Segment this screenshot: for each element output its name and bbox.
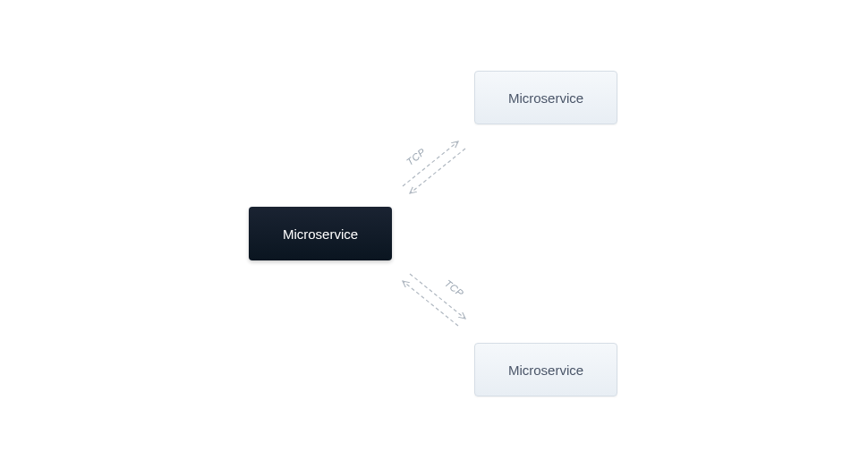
node-label: Microservice bbox=[283, 226, 358, 242]
connector-top bbox=[394, 134, 474, 197]
node-label: Microservice bbox=[508, 362, 583, 378]
microservice-node-top-right: Microservice bbox=[474, 71, 617, 124]
node-label: Microservice bbox=[508, 90, 583, 106]
microservice-node-central: Microservice bbox=[249, 207, 392, 260]
connector-bottom bbox=[394, 270, 474, 333]
microservice-node-bottom-right: Microservice bbox=[474, 343, 617, 397]
